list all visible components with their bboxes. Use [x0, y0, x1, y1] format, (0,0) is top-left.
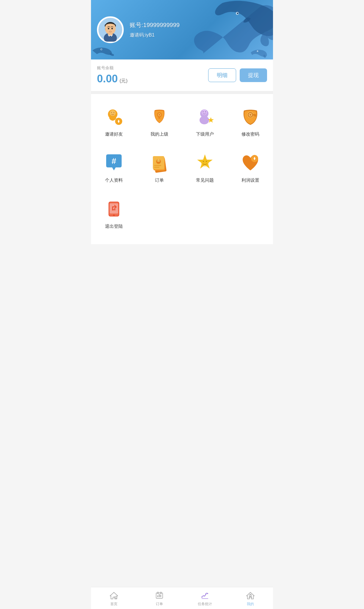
whale-small-right-icon	[249, 46, 267, 58]
menu-item-orders[interactable]: 订单	[136, 149, 182, 186]
svg-point-57	[113, 214, 115, 216]
svg-point-29	[203, 112, 203, 112]
svg-point-43	[157, 160, 158, 161]
svg-rect-34	[252, 114, 256, 115]
menu-item-profit-settings[interactable]: 利润设置	[228, 149, 273, 186]
profile-label: 个人资料	[105, 178, 123, 183]
invite-code: 邀请码:iyB1	[130, 32, 180, 38]
profile-icon: #	[103, 152, 125, 173]
svg-point-13	[110, 110, 116, 116]
sub-users-label: 下级用户	[196, 131, 214, 137]
menu-item-profile[interactable]: # 个人资料	[91, 149, 136, 186]
orders-icon	[149, 152, 170, 173]
svg-point-50	[206, 161, 207, 162]
change-password-icon	[240, 106, 261, 127]
balance-section: 账号余额 0.00 (元) 明细 提现	[91, 59, 273, 91]
svg-rect-60	[112, 209, 116, 210]
svg-point-44	[159, 160, 159, 161]
svg-rect-46	[154, 167, 159, 168]
whale-small-left-icon	[91, 42, 115, 56]
menu-item-change-password[interactable]: 修改密码	[228, 103, 273, 140]
withdraw-button[interactable]: 提现	[240, 68, 267, 82]
svg-point-15	[113, 112, 114, 113]
svg-rect-36	[254, 115, 255, 116]
svg-point-10	[112, 28, 113, 29]
account-number: 账号:19999999999	[130, 21, 180, 29]
svg-rect-56	[110, 203, 118, 214]
menu-item-invite-friends[interactable]: 邀请好友	[91, 103, 136, 140]
svg-point-4	[257, 51, 258, 52]
svg-point-30	[205, 112, 206, 112]
svg-text:#: #	[112, 156, 116, 166]
svg-rect-23	[159, 117, 161, 118]
menu-row-3: 退出登陆	[91, 192, 273, 238]
detail-button[interactable]: 明细	[208, 68, 236, 82]
balance-label: 账号余额	[97, 65, 128, 71]
logout-label: 退出登陆	[105, 224, 123, 229]
menu-item-sub-users[interactable]: 下级用户	[182, 103, 228, 140]
menu-row-1: 邀请好友 我的上级	[91, 100, 273, 146]
faq-icon	[194, 152, 216, 173]
my-superior-label: 我的上级	[150, 131, 168, 137]
user-info: 账号:19999999999 邀请码:iyB1	[130, 21, 180, 38]
svg-rect-45	[154, 165, 161, 166]
empty-cell-3	[228, 195, 273, 232]
balance-left: 账号余额 0.00 (元)	[97, 65, 128, 85]
svg-point-14	[111, 112, 112, 113]
profit-settings-icon	[240, 152, 261, 173]
my-superior-icon	[149, 106, 170, 127]
balance-amount: 0.00 (元)	[97, 73, 128, 85]
svg-point-11	[110, 30, 111, 30]
svg-rect-53	[254, 157, 255, 160]
avatar[interactable]	[97, 16, 124, 43]
menu-item-faq[interactable]: 常见问题	[182, 149, 228, 186]
svg-rect-18	[118, 120, 119, 123]
empty-cell-1	[136, 195, 182, 232]
svg-rect-35	[255, 115, 256, 117]
invite-friends-icon	[103, 106, 125, 127]
balance-buttons: 明细 提现	[208, 68, 267, 82]
change-password-label: 修改密码	[241, 131, 259, 137]
svg-marker-28	[208, 117, 214, 123]
menu-item-logout[interactable]: 退出登陆	[91, 195, 136, 232]
svg-point-42	[157, 159, 160, 162]
sub-users-icon	[194, 106, 216, 127]
balance-value: 0.00	[97, 73, 118, 85]
section-divider	[91, 91, 273, 94]
orders-label: 订单	[155, 178, 164, 183]
profit-settings-label: 利润设置	[241, 178, 259, 183]
svg-point-33	[250, 114, 251, 116]
svg-point-48	[201, 159, 209, 167]
logout-icon	[103, 198, 125, 219]
bottom-spacer	[91, 244, 273, 268]
svg-point-1	[237, 13, 239, 14]
balance-unit: (元)	[120, 78, 128, 84]
empty-cell-2	[182, 195, 228, 232]
svg-point-21	[159, 114, 160, 116]
faq-label: 常见问题	[196, 178, 214, 183]
menu-grid: 邀请好友 我的上级	[91, 94, 273, 244]
svg-rect-24	[159, 119, 161, 119]
header-banner: 账号:19999999999 邀请码:iyB1	[91, 0, 273, 59]
menu-row-2: # 个人资料	[91, 146, 273, 192]
svg-point-3	[101, 49, 102, 50]
menu-item-my-superior[interactable]: 我的上级	[136, 103, 182, 140]
svg-point-49	[203, 161, 204, 162]
svg-point-27	[202, 110, 207, 115]
svg-point-9	[108, 28, 109, 29]
invite-friends-label: 邀请好友	[105, 131, 123, 137]
